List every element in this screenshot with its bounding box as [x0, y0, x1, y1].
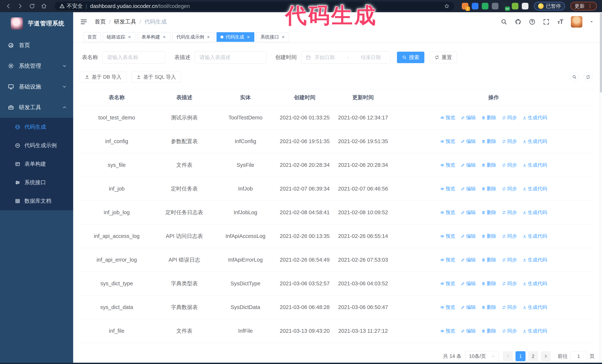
breadcrumb-home[interactable]: 首页 — [95, 18, 106, 26]
help-icon[interactable] — [529, 18, 536, 25]
row-action-link[interactable]: 删除 — [481, 138, 496, 145]
refresh-table-button[interactable] — [583, 73, 593, 82]
row-action-link[interactable]: 预览 — [440, 209, 455, 216]
extension-icon[interactable] — [492, 3, 498, 10]
sidebar-menu-item[interactable]: 基础设施 — [0, 76, 73, 97]
sidebar-menu-item[interactable]: 研发工具 — [0, 97, 73, 118]
row-action-link[interactable]: 删除 — [481, 256, 496, 263]
view-tab[interactable]: 链路追踪 — [103, 32, 135, 42]
user-menu-caret-icon[interactable] — [589, 20, 594, 24]
row-action-link[interactable]: 删除 — [481, 209, 496, 216]
row-action-link[interactable]: 同步 — [502, 327, 517, 334]
breadcrumb-tools[interactable]: 研发工具 — [114, 18, 136, 26]
page-scrollbar[interactable] — [599, 12, 602, 364]
import-db-button[interactable]: 基于 DB 导入 — [80, 72, 127, 82]
row-action-link[interactable]: 删除 — [481, 233, 496, 240]
row-action-link[interactable]: 预览 — [440, 233, 455, 240]
fullscreen-icon[interactable] — [543, 18, 550, 25]
row-action-link[interactable]: 同步 — [502, 304, 517, 311]
github-icon[interactable] — [515, 18, 522, 25]
search-icon[interactable] — [501, 18, 507, 25]
browser-menu-icon[interactable] — [587, 3, 593, 9]
update-button[interactable]: 更新 — [570, 2, 597, 10]
back-icon[interactable] — [5, 3, 11, 9]
date-range-picker[interactable]: 开始日期 - 结束日期 — [301, 51, 391, 63]
row-action-link[interactable]: 编辑 — [461, 138, 476, 145]
tab-close-icon[interactable] — [162, 35, 166, 39]
row-action-link[interactable]: 生成代码 — [523, 233, 547, 240]
extension-icon[interactable] — [512, 3, 518, 10]
row-action-link[interactable]: 预览 — [440, 280, 455, 287]
import-sql-button[interactable]: 基于 SQL 导入 — [131, 72, 181, 82]
row-action-link[interactable]: 编辑 — [461, 304, 476, 311]
view-tab[interactable]: 首页 — [84, 32, 101, 42]
row-action-link[interactable]: 同步 — [502, 185, 517, 192]
security-chip[interactable]: 不安全 — [59, 2, 83, 10]
row-action-link[interactable]: 预览 — [440, 114, 455, 121]
reset-button[interactable]: 重置 — [430, 52, 457, 63]
sidebar-submenu-item[interactable]: 代码生成示例 — [0, 136, 73, 155]
paused-badge[interactable]: 已暂停 — [534, 2, 565, 10]
view-tab[interactable]: 代码生成示例 — [172, 32, 214, 42]
row-action-link[interactable]: 编辑 — [461, 280, 476, 287]
row-action-link[interactable]: 编辑 — [461, 209, 476, 216]
row-action-link[interactable]: 预览 — [440, 327, 455, 334]
row-action-link[interactable]: 编辑 — [461, 327, 476, 334]
page-number-button[interactable]: 1 — [516, 351, 526, 361]
scrollbar-thumb[interactable] — [600, 13, 602, 93]
row-action-link[interactable]: 删除 — [481, 161, 496, 169]
row-action-link[interactable]: 同步 — [502, 138, 517, 145]
tab-close-icon[interactable] — [281, 35, 285, 39]
row-action-link[interactable]: 生成代码 — [523, 280, 547, 287]
table-desc-input[interactable] — [195, 51, 266, 63]
page-size-select[interactable]: 10条/页 — [465, 351, 499, 361]
row-action-link[interactable]: 生成代码 — [523, 114, 547, 121]
row-action-link[interactable]: 生成代码 — [523, 327, 547, 334]
sidebar-submenu-item[interactable]: 代码生成 — [0, 118, 73, 136]
row-action-link[interactable]: 删除 — [481, 327, 496, 334]
row-action-link[interactable]: 预览 — [440, 138, 455, 145]
sidebar-submenu-item[interactable]: 数据库文档 — [0, 192, 73, 210]
tab-close-icon[interactable] — [206, 35, 210, 39]
extension-icon[interactable] — [472, 3, 478, 10]
row-action-link[interactable]: 删除 — [481, 304, 496, 311]
row-action-link[interactable]: 生成代码 — [523, 138, 547, 145]
row-action-link[interactable]: 同步 — [502, 114, 517, 121]
row-action-link[interactable]: 同步 — [502, 209, 517, 216]
reload-icon[interactable] — [29, 3, 35, 9]
home-icon[interactable] — [41, 3, 47, 9]
row-action-link[interactable]: 编辑 — [461, 256, 476, 263]
sidebar-menu-item[interactable]: 系统管理 — [0, 56, 73, 76]
row-action-link[interactable]: 预览 — [440, 256, 455, 263]
row-action-link[interactable]: 生成代码 — [523, 304, 547, 311]
fontsize-icon[interactable] — [557, 18, 564, 25]
row-action-link[interactable]: 删除 — [481, 280, 496, 287]
app-logo[interactable]: 芋道管理系统 — [0, 12, 73, 35]
view-tab[interactable]: 代码生成 — [216, 32, 254, 42]
extension-icon[interactable]: 1 — [462, 3, 468, 10]
row-action-link[interactable]: 预览 — [440, 304, 455, 311]
tab-close-icon[interactable] — [128, 35, 131, 39]
row-action-link[interactable]: 生成代码 — [523, 185, 547, 192]
row-action-link[interactable]: 同步 — [502, 161, 517, 169]
prev-page-button[interactable] — [503, 351, 513, 361]
row-action-link[interactable]: 预览 — [440, 185, 455, 192]
page-number-button[interactable]: 2 — [528, 351, 538, 361]
toggle-search-button[interactable] — [570, 73, 579, 82]
user-avatar[interactable] — [571, 16, 582, 28]
row-action-link[interactable]: 编辑 — [461, 114, 476, 121]
row-action-link[interactable]: 删除 — [481, 114, 496, 121]
row-action-link[interactable]: 同步 — [502, 280, 517, 287]
row-action-link[interactable]: 预览 — [440, 161, 455, 169]
hamburger-icon[interactable] — [80, 18, 88, 26]
search-button[interactable]: 搜索 — [397, 52, 424, 63]
tab-close-icon[interactable] — [246, 35, 250, 39]
row-action-link[interactable]: 生成代码 — [523, 209, 547, 216]
table-name-input[interactable] — [102, 51, 165, 63]
row-action-link[interactable]: 同步 — [502, 256, 517, 263]
bookmark-star-icon[interactable] — [444, 3, 450, 9]
extension-icon[interactable] — [482, 3, 488, 10]
view-tab[interactable]: 表单构建 — [138, 32, 170, 42]
extension-icon[interactable]: on — [502, 3, 508, 10]
forward-icon[interactable] — [17, 3, 23, 9]
